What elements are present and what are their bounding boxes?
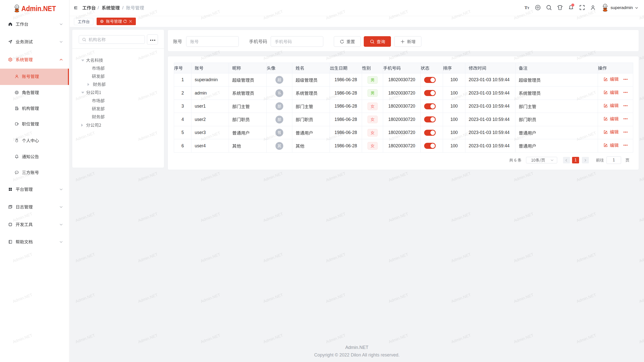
svg-text:T: T xyxy=(527,6,529,10)
